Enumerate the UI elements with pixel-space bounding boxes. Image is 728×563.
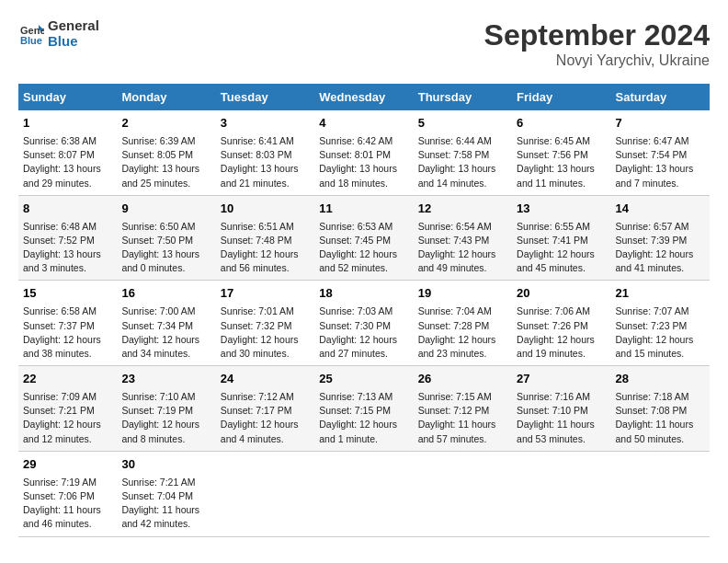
day-of-week-header: Wednesday [314,84,413,110]
day-number: 20 [517,285,606,303]
day-number: 15 [23,285,112,303]
calendar-cell: 11Sunrise: 6:53 AM Sunset: 7:45 PM Dayli… [314,195,413,281]
calendar-week-row: 15Sunrise: 6:58 AM Sunset: 7:37 PM Dayli… [18,281,710,366]
calendar-cell: 21Sunrise: 7:07 AM Sunset: 7:23 PM Dayli… [611,281,710,366]
day-number: 26 [418,371,507,388]
day-number: 29 [23,456,112,474]
day-info: Sunrise: 6:39 AM Sunset: 8:05 PM Dayligh… [121,134,210,190]
calendar-cell: 22Sunrise: 7:09 AM Sunset: 7:21 PM Dayli… [18,366,117,452]
day-number: 8 [23,201,112,218]
calendar-cell: 10Sunrise: 6:51 AM Sunset: 7:48 PM Dayli… [216,195,314,281]
day-of-week-header: Saturday [611,84,710,110]
day-info: Sunrise: 6:42 AM Sunset: 8:01 PM Dayligh… [319,134,408,190]
day-of-week-header: Monday [117,84,215,110]
day-info: Sunrise: 7:00 AM Sunset: 7:34 PM Dayligh… [121,304,210,361]
calendar-cell: 13Sunrise: 6:55 AM Sunset: 7:41 PM Dayli… [512,195,610,281]
calendar-cell: 17Sunrise: 7:01 AM Sunset: 7:32 PM Dayli… [216,281,314,366]
day-number: 25 [319,371,408,388]
day-number: 1 [23,115,112,132]
day-number: 7 [616,115,705,132]
svg-text:Blue: Blue [20,35,42,46]
day-number: 18 [319,285,408,303]
day-info: Sunrise: 6:57 AM Sunset: 7:39 PM Dayligh… [616,220,705,276]
day-number: 17 [221,285,310,303]
day-info: Sunrise: 7:18 AM Sunset: 7:08 PM Dayligh… [616,390,705,446]
day-info: Sunrise: 7:21 AM Sunset: 7:04 PM Dayligh… [121,476,210,532]
day-info: Sunrise: 7:01 AM Sunset: 7:32 PM Dayligh… [221,304,310,361]
location: Novyi Yarychiv, Ukraine [484,52,710,69]
calendar-cell [414,451,512,536]
day-number: 22 [23,371,112,388]
calendar-cell: 9Sunrise: 6:50 AM Sunset: 7:50 PM Daylig… [117,195,215,281]
calendar-cell: 30Sunrise: 7:21 AM Sunset: 7:04 PM Dayli… [117,451,215,536]
calendar-week-row: 8Sunrise: 6:48 AM Sunset: 7:52 PM Daylig… [18,195,710,281]
calendar-cell: 15Sunrise: 6:58 AM Sunset: 7:37 PM Dayli… [18,281,117,366]
day-info: Sunrise: 7:12 AM Sunset: 7:17 PM Dayligh… [221,390,310,446]
calendar-cell: 28Sunrise: 7:18 AM Sunset: 7:08 PM Dayli… [611,366,710,452]
calendar-cell: 16Sunrise: 7:00 AM Sunset: 7:34 PM Dayli… [117,281,215,366]
day-info: Sunrise: 7:13 AM Sunset: 7:15 PM Dayligh… [319,390,408,446]
calendar-cell: 5Sunrise: 6:44 AM Sunset: 7:58 PM Daylig… [414,110,512,195]
day-info: Sunrise: 6:51 AM Sunset: 7:48 PM Dayligh… [221,220,310,276]
calendar-cell: 4Sunrise: 6:42 AM Sunset: 8:01 PM Daylig… [314,110,413,195]
day-of-week-header: Sunday [18,84,117,110]
day-info: Sunrise: 7:10 AM Sunset: 7:19 PM Dayligh… [121,390,210,446]
calendar-cell [314,451,413,536]
day-info: Sunrise: 6:44 AM Sunset: 7:58 PM Dayligh… [418,134,507,190]
calendar-cell: 6Sunrise: 6:45 AM Sunset: 7:56 PM Daylig… [512,110,610,195]
calendar-cell: 12Sunrise: 6:54 AM Sunset: 7:43 PM Dayli… [414,195,512,281]
day-number: 13 [517,201,606,218]
day-number: 21 [616,285,705,303]
logo: General Blue General Blue [18,18,99,49]
day-info: Sunrise: 6:50 AM Sunset: 7:50 PM Dayligh… [121,220,210,276]
calendar-cell: 1Sunrise: 6:38 AM Sunset: 8:07 PM Daylig… [18,110,117,195]
day-info: Sunrise: 6:58 AM Sunset: 7:37 PM Dayligh… [23,304,112,361]
logo-icon: General Blue [18,21,44,47]
calendar-cell: 29Sunrise: 7:19 AM Sunset: 7:06 PM Dayli… [18,451,117,536]
day-info: Sunrise: 6:47 AM Sunset: 7:54 PM Dayligh… [616,134,705,190]
calendar-cell: 8Sunrise: 6:48 AM Sunset: 7:52 PM Daylig… [18,195,117,281]
day-number: 14 [616,201,705,218]
day-number: 28 [616,371,705,388]
day-info: Sunrise: 7:03 AM Sunset: 7:30 PM Dayligh… [319,304,408,361]
day-info: Sunrise: 6:38 AM Sunset: 8:07 PM Dayligh… [23,134,112,190]
calendar-cell: 7Sunrise: 6:47 AM Sunset: 7:54 PM Daylig… [611,110,710,195]
calendar-cell: 14Sunrise: 6:57 AM Sunset: 7:39 PM Dayli… [611,195,710,281]
calendar-week-row: 29Sunrise: 7:19 AM Sunset: 7:06 PM Dayli… [18,451,710,536]
calendar-cell: 18Sunrise: 7:03 AM Sunset: 7:30 PM Dayli… [314,281,413,366]
day-number: 24 [221,371,310,388]
logo-text-blue: Blue [48,34,99,50]
day-of-week-header: Friday [512,84,610,110]
day-number: 9 [121,201,210,218]
day-info: Sunrise: 7:16 AM Sunset: 7:10 PM Dayligh… [517,390,606,446]
day-info: Sunrise: 7:15 AM Sunset: 7:12 PM Dayligh… [418,390,507,446]
calendar-cell: 25Sunrise: 7:13 AM Sunset: 7:15 PM Dayli… [314,366,413,452]
title-block: September 2024 Novyi Yarychiv, Ukraine [484,18,710,69]
day-number: 16 [121,285,210,303]
days-header-row: SundayMondayTuesdayWednesdayThursdayFrid… [18,84,710,110]
calendar-table: SundayMondayTuesdayWednesdayThursdayFrid… [18,84,710,537]
day-info: Sunrise: 7:07 AM Sunset: 7:23 PM Dayligh… [616,304,705,361]
day-of-week-header: Thursday [414,84,512,110]
day-info: Sunrise: 6:48 AM Sunset: 7:52 PM Dayligh… [23,220,112,276]
day-info: Sunrise: 6:53 AM Sunset: 7:45 PM Dayligh… [319,220,408,276]
calendar-cell [216,451,314,536]
day-number: 11 [319,201,408,218]
day-info: Sunrise: 7:09 AM Sunset: 7:21 PM Dayligh… [23,390,112,446]
calendar-cell: 3Sunrise: 6:41 AM Sunset: 8:03 PM Daylig… [216,110,314,195]
day-of-week-header: Tuesday [216,84,314,110]
day-number: 23 [121,371,210,388]
day-number: 12 [418,201,507,218]
day-number: 27 [517,371,606,388]
day-number: 3 [221,115,310,132]
calendar-week-row: 22Sunrise: 7:09 AM Sunset: 7:21 PM Dayli… [18,366,710,452]
page-header: General Blue General Blue September 2024… [18,18,710,69]
calendar-cell [512,451,610,536]
day-info: Sunrise: 7:19 AM Sunset: 7:06 PM Dayligh… [23,476,112,532]
calendar-cell: 27Sunrise: 7:16 AM Sunset: 7:10 PM Dayli… [512,366,610,452]
day-info: Sunrise: 6:41 AM Sunset: 8:03 PM Dayligh… [221,134,310,190]
calendar-cell: 26Sunrise: 7:15 AM Sunset: 7:12 PM Dayli… [414,366,512,452]
calendar-cell: 2Sunrise: 6:39 AM Sunset: 8:05 PM Daylig… [117,110,215,195]
day-number: 19 [418,285,507,303]
day-info: Sunrise: 6:55 AM Sunset: 7:41 PM Dayligh… [517,220,606,276]
